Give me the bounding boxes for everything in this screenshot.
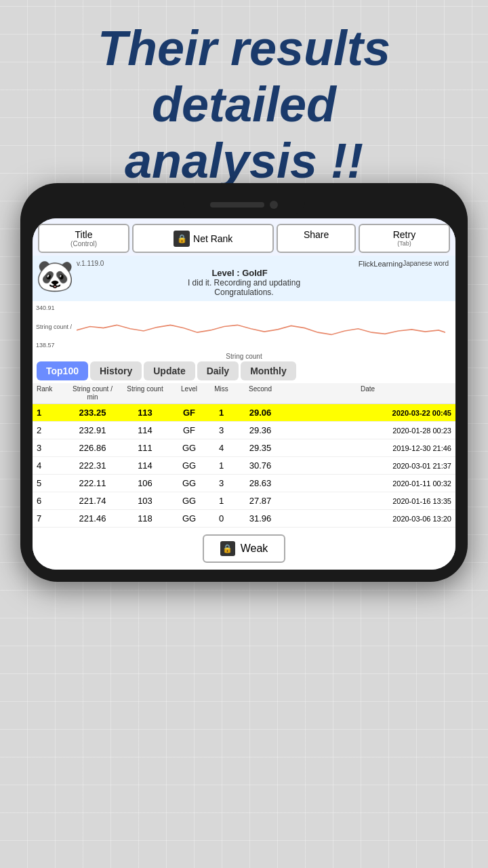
th-second: Second	[237, 385, 284, 401]
tab-monthly[interactable]: Monthly	[241, 361, 296, 380]
tab-top100[interactable]: Top100	[37, 361, 88, 380]
weak-button[interactable]: 🔒 Weak	[203, 534, 286, 563]
chart-area: 340.91 String count / 138.57 String coun…	[33, 301, 455, 359]
th-rank: Rank	[37, 385, 67, 401]
info-center: v.1.119.0 FlickLearning Level : GoldF	[39, 260, 403, 278]
title-button[interactable]: Title (Control)	[38, 224, 129, 253]
th-scm: String count /min	[67, 385, 118, 401]
app-name: FlickLearning	[359, 260, 403, 268]
table-row: 2 232.91 114 GF 3 29.36 2020-01-28 00:23	[33, 422, 455, 439]
level-text: Level : GoldF	[77, 268, 403, 278]
chart-svg	[77, 304, 445, 349]
phone-screen: Title (Control) Net Rank Share Retry (Ta…	[33, 218, 455, 570]
tab-daily[interactable]: Daily	[197, 361, 239, 380]
table-row: 7 221.46 118 GG 0 31.96 2020-03-06 13:20	[33, 510, 455, 528]
phone-notch	[183, 195, 305, 214]
phone-notch-area	[33, 195, 455, 214]
weak-icon: 🔒	[220, 541, 235, 556]
app-version: v.1.119.0	[77, 260, 104, 268]
tab-update[interactable]: Update	[144, 361, 195, 380]
leaderboard-table: Rank String count /min String count Leve…	[33, 383, 455, 528]
panda-avatar: 🐼	[36, 257, 73, 294]
headline-text: Their results detailed analysis !!	[27, 20, 461, 189]
table-row: 3 226.86 111 GG 4 29.35 2019-12-30 21:46	[33, 439, 455, 457]
chart-x-label: String count	[39, 353, 449, 360]
notch-speaker	[210, 202, 264, 208]
share-button[interactable]: Share	[277, 224, 356, 253]
th-level: Level	[172, 385, 206, 401]
info-bar: 🐼 v.1.119.0 FlickLearning Level : GoldF …	[33, 256, 455, 301]
table-row: 6 221.74 103 GG 1 27.87 2020-01-16 13:35	[33, 492, 455, 510]
phone-frame: Title (Control) Net Rank Share Retry (Ta…	[20, 183, 468, 582]
phone-wrapper: Title (Control) Net Rank Share Retry (Ta…	[20, 183, 468, 827]
netrank-icon	[174, 231, 190, 247]
notch-camera	[270, 201, 278, 209]
table-row: 5 222.11 106 GG 3 28.63 2020-01-11 00:32	[33, 475, 455, 492]
chart-y-labels: 340.91 String count / 138.57	[36, 304, 72, 349]
tab-history[interactable]: History	[90, 361, 142, 380]
toolbar: Title (Control) Net Rank Share Retry (Ta…	[33, 218, 455, 256]
table-row: 4 222.31 114 GG 1 30.76 2020-03-01 21:37	[33, 457, 455, 475]
tabs: Top100 History Update Daily Monthly	[33, 359, 455, 383]
table-row: 1 233.25 113 GF 1 29.06 2020-03-22 00:45	[33, 404, 455, 422]
congratulations-message: I did it. Recording and updating Congrat…	[188, 278, 300, 297]
category-label: Japanese word	[403, 260, 449, 267]
headline-section: Their results detailed analysis !!	[0, 0, 488, 202]
weak-button-area: 🔒 Weak	[33, 528, 455, 570]
th-miss: Miss	[206, 385, 237, 401]
netrank-button[interactable]: Net Rank	[132, 224, 274, 253]
th-date: Date	[284, 385, 451, 401]
th-sc: String count	[118, 385, 172, 401]
table-header: Rank String count /min String count Leve…	[33, 383, 455, 404]
retry-button[interactable]: Retry (Tab)	[359, 224, 450, 253]
